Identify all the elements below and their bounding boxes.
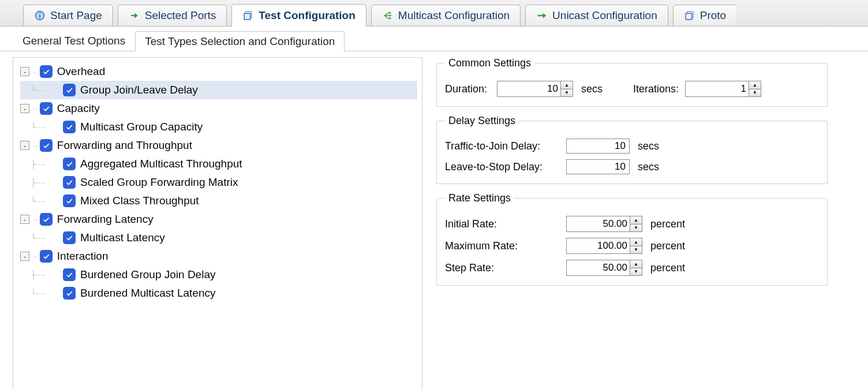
tree-node-label: Forwarding Latency xyxy=(57,213,154,226)
stack-icon xyxy=(242,10,254,21)
spin-down-button[interactable]: ▼ xyxy=(630,246,642,253)
initial-rate-input[interactable] xyxy=(566,216,630,232)
stack-icon xyxy=(684,10,695,21)
subtab-general-options[interactable]: General Test Options xyxy=(13,31,135,51)
tree-node-label: Burdened Group Join Delay xyxy=(80,268,215,281)
tree-node-label: Aggregated Multicast Throughput xyxy=(80,158,242,170)
tree-node-label: Burdened Multicast Latency xyxy=(80,287,215,300)
spin-up-button[interactable]: ▲ xyxy=(630,216,642,224)
spin-down-button[interactable]: ▼ xyxy=(630,268,642,275)
tree-checkbox[interactable] xyxy=(40,139,53,152)
iterations-spinner[interactable]: ▲ ▼ xyxy=(685,81,761,97)
tab-selected-ports[interactable]: Selected Ports xyxy=(118,5,227,26)
step-rate-spinner[interactable]: ▲ ▼ xyxy=(566,260,642,276)
tree-node[interactable]: -··Forwarding and Throughput xyxy=(20,136,417,155)
tree-node[interactable]: └····Mixed Class Throughput xyxy=(20,192,417,210)
step-rate-label: Step Rate: xyxy=(445,262,566,274)
tree-connector: ·· xyxy=(33,141,38,150)
spinner-buttons: ▲ ▼ xyxy=(630,238,642,254)
maximum-rate-input[interactable] xyxy=(566,238,630,254)
tab-start-page[interactable]: Start Page xyxy=(23,5,113,26)
tree-checkbox[interactable] xyxy=(40,102,53,115)
spin-up-button[interactable]: ▲ xyxy=(561,81,573,89)
tree-checkbox[interactable] xyxy=(63,268,76,281)
step-rate-input[interactable] xyxy=(566,260,630,276)
leave-to-stop-input[interactable] xyxy=(566,159,630,174)
spin-up-button[interactable]: ▲ xyxy=(630,238,642,246)
tree-checkbox[interactable] xyxy=(63,176,76,189)
iterations-input[interactable] xyxy=(685,81,749,97)
tree-checkbox[interactable] xyxy=(63,121,76,133)
spin-up-button[interactable]: ▲ xyxy=(630,260,642,268)
svg-rect-6 xyxy=(686,13,692,20)
tree-node[interactable]: └····Multicast Group Capacity xyxy=(20,118,417,136)
spin-down-button[interactable]: ▼ xyxy=(561,89,573,96)
tree-node[interactable]: -··Forwarding Latency xyxy=(20,210,417,229)
tab-protocol[interactable]: Proto xyxy=(673,5,736,26)
tree-connector: ·· xyxy=(33,252,38,261)
tree-node-label: Multicast Latency xyxy=(80,231,165,244)
tree-node[interactable]: -··Capacity xyxy=(20,99,417,118)
single-arrow-icon xyxy=(536,10,548,21)
leave-to-stop-label: Leave-to-Stop Delay: xyxy=(445,161,566,173)
traffic-to-join-unit: secs xyxy=(638,140,659,152)
tree-node-label: Group Join/Leave Delay xyxy=(80,84,198,96)
document-tab-bar: Start Page Selected Ports Test Configura… xyxy=(0,0,868,27)
settings-panel: Common Settings Duration: ▲ ▼ secs Itera… xyxy=(431,57,868,389)
iterations-label: Iterations: xyxy=(633,83,685,95)
tree-expander[interactable]: - xyxy=(20,252,29,261)
tab-label: Start Page xyxy=(50,9,102,22)
tree-checkbox[interactable] xyxy=(63,194,76,207)
spin-down-button[interactable]: ▼ xyxy=(630,224,642,231)
tree-connector: └···· xyxy=(31,289,61,298)
tree-node[interactable]: ├····Aggregated Multicast Throughput xyxy=(20,155,417,173)
tree-expander[interactable]: - xyxy=(20,215,29,224)
tree-node[interactable]: └····Group Join/Leave Delay xyxy=(20,81,417,99)
tree-checkbox[interactable] xyxy=(63,231,76,244)
common-settings-group: Common Settings Duration: ▲ ▼ secs Itera… xyxy=(436,57,828,107)
tree-node[interactable]: └····Multicast Latency xyxy=(20,229,417,247)
tree-node[interactable]: ├····Burdened Group Join Delay xyxy=(20,265,417,284)
tree-expander[interactable]: - xyxy=(20,141,29,150)
tree-connector: ·· xyxy=(33,104,38,113)
initial-rate-spinner[interactable]: ▲ ▼ xyxy=(566,216,642,232)
tree-checkbox[interactable] xyxy=(63,84,76,96)
tab-test-configuration[interactable]: Test Configuration xyxy=(231,4,366,27)
spread-arrows-icon xyxy=(382,10,394,21)
svg-rect-1 xyxy=(39,15,40,18)
duration-spinner[interactable]: ▲ ▼ xyxy=(497,81,573,97)
tree-node[interactable]: └····Burdened Multicast Latency xyxy=(20,284,417,302)
tree-node[interactable]: -··Interaction xyxy=(20,247,417,265)
spinner-buttons: ▲ ▼ xyxy=(560,81,573,97)
spin-down-button[interactable]: ▼ xyxy=(749,89,761,96)
tree-node[interactable]: ├····Scaled Group Forwarding Matrix xyxy=(20,173,417,192)
svg-rect-4 xyxy=(245,13,251,20)
svg-rect-2 xyxy=(39,13,40,14)
maximum-rate-label: Maximum Rate: xyxy=(445,240,566,252)
tree-checkbox[interactable] xyxy=(40,250,53,263)
tab-multicast-configuration[interactable]: Multicast Configuration xyxy=(371,5,521,26)
tree-expander[interactable]: - xyxy=(20,67,29,76)
duration-input[interactable] xyxy=(497,81,560,97)
spin-up-button[interactable]: ▲ xyxy=(749,81,761,89)
group-legend: Rate Settings xyxy=(445,192,514,204)
initial-rate-label: Initial Rate: xyxy=(445,218,566,230)
maximum-rate-spinner[interactable]: ▲ ▼ xyxy=(566,238,642,254)
traffic-to-join-input[interactable] xyxy=(566,139,630,154)
tree-checkbox[interactable] xyxy=(63,287,76,300)
spinner-buttons: ▲ ▼ xyxy=(630,216,642,232)
tree-expander[interactable]: - xyxy=(20,104,29,113)
tree-node[interactable]: -··Overhead xyxy=(20,62,417,81)
tree-checkbox[interactable] xyxy=(40,213,53,226)
duration-unit: secs xyxy=(581,83,633,95)
tree-connector: ├···· xyxy=(31,178,61,187)
tree-node-label: Forwarding and Throughput xyxy=(57,139,192,152)
tree-checkbox[interactable] xyxy=(40,65,53,78)
tree-connector: ├···· xyxy=(31,159,61,169)
tab-unicast-configuration[interactable]: Unicast Configuration xyxy=(525,5,668,26)
subtab-test-types[interactable]: Test Types Selection and Configuration xyxy=(135,31,345,51)
tree-checkbox[interactable] xyxy=(63,158,76,170)
content-area: -··Overhead└····Group Join/Leave Delay-·… xyxy=(0,51,868,389)
maximum-rate-unit: percent xyxy=(650,240,685,252)
tree-node-label: Interaction xyxy=(57,250,108,263)
